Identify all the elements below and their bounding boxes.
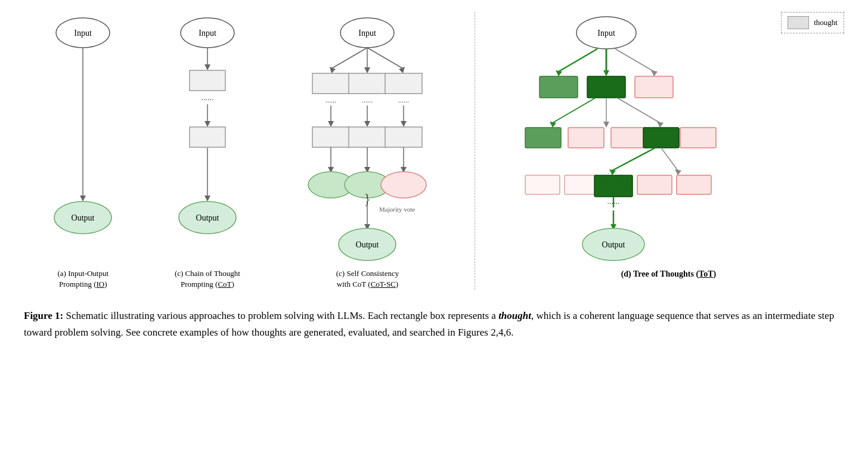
figure-container: Input Output (a) Input-OutputPrompting (… [24, 12, 844, 340]
svg-marker-62 [603, 70, 609, 76]
svg-line-59 [559, 49, 597, 72]
svg-marker-80 [609, 169, 616, 175]
io-svg: Input Output [53, 12, 113, 262]
svg-marker-34 [328, 121, 334, 127]
diagrams-row: Input Output (a) Input-OutputPrompting (… [24, 12, 844, 290]
svg-text:Output: Output [196, 213, 219, 222]
svg-rect-39 [312, 127, 349, 147]
svg-text:Output: Output [356, 240, 379, 249]
svg-rect-29 [385, 73, 422, 94]
svg-text:}: } [364, 190, 371, 207]
svg-marker-16 [204, 196, 210, 201]
svg-line-68 [553, 98, 596, 123]
svg-marker-73 [657, 122, 664, 128]
tot-svg: Input [493, 12, 720, 262]
svg-marker-24 [364, 67, 370, 73]
cot-svg: Input ...... [178, 12, 237, 262]
svg-text:......: ...... [362, 96, 373, 104]
svg-rect-40 [349, 127, 386, 147]
legend-label: thought [814, 18, 838, 27]
svg-point-50 [381, 172, 426, 198]
svg-rect-87 [677, 175, 711, 194]
svg-rect-78 [680, 128, 716, 148]
svg-text:Output: Output [602, 240, 625, 249]
svg-text:Input: Input [199, 29, 216, 38]
thought-word: thought [498, 310, 531, 321]
svg-rect-10 [190, 70, 225, 91]
svg-rect-41 [385, 127, 422, 147]
svg-rect-14 [190, 127, 225, 147]
svg-rect-85 [594, 175, 633, 197]
legend-box: thought [781, 12, 844, 33]
svg-marker-38 [401, 121, 407, 127]
cot-diagram: Input ...... [172, 12, 243, 290]
io-diagram: Input Output (a) Input-OutputPrompting (… [53, 12, 113, 290]
svg-text:Input: Input [75, 29, 92, 38]
svg-rect-66 [587, 76, 625, 98]
tot-diagram-container: thought Input [475, 12, 844, 279]
svg-text:......: ...... [201, 93, 213, 102]
svg-rect-77 [643, 128, 679, 148]
svg-marker-69 [550, 122, 556, 128]
svg-line-21 [331, 48, 367, 69]
legend-rect [788, 16, 809, 29]
left-diagrams: Input Output (a) Input-OutputPrompting (… [24, 12, 475, 290]
svg-text:Input: Input [359, 29, 377, 38]
svg-marker-36 [364, 121, 370, 127]
svg-line-25 [367, 48, 403, 69]
svg-rect-86 [637, 175, 672, 194]
tot-caption: (d) Tree of Thoughts (ToT) [493, 269, 844, 279]
figure-caption: Figure 1: Schematic illustrating various… [24, 308, 844, 340]
svg-line-72 [617, 98, 660, 123]
svg-rect-74 [525, 128, 561, 148]
svg-text:......: ...... [398, 96, 409, 104]
svg-text:Majority vote: Majority vote [379, 206, 415, 213]
figure-number: Figure 1: [24, 310, 63, 321]
sc-diagram: Input ...... [302, 12, 433, 290]
tot-container: thought Input [493, 12, 844, 279]
svg-marker-82 [675, 169, 681, 175]
svg-rect-67 [635, 76, 673, 98]
svg-rect-76 [611, 128, 647, 148]
sc-caption: (c) Self Consistencywith CoT (CoT-SC) [336, 268, 399, 290]
svg-text:Input: Input [597, 29, 615, 38]
svg-line-81 [661, 148, 678, 170]
svg-line-79 [612, 148, 655, 170]
cot-caption: (c) Chain of ThoughtPrompting (CoT) [175, 268, 240, 290]
svg-marker-13 [204, 121, 210, 127]
svg-marker-71 [603, 122, 609, 128]
svg-line-63 [615, 49, 654, 72]
svg-rect-27 [312, 73, 349, 94]
svg-marker-64 [651, 70, 658, 76]
svg-rect-75 [568, 128, 604, 148]
svg-marker-9 [204, 64, 210, 70]
svg-rect-28 [349, 73, 386, 94]
svg-rect-65 [540, 76, 578, 98]
svg-marker-60 [556, 70, 562, 76]
svg-text:......: ...... [326, 96, 336, 104]
sc-svg: Input ...... [302, 12, 433, 262]
svg-text:Output: Output [72, 213, 95, 222]
svg-rect-83 [525, 175, 560, 194]
io-caption: (a) Input-OutputPrompting (IO) [58, 268, 109, 290]
svg-marker-3 [80, 196, 86, 201]
